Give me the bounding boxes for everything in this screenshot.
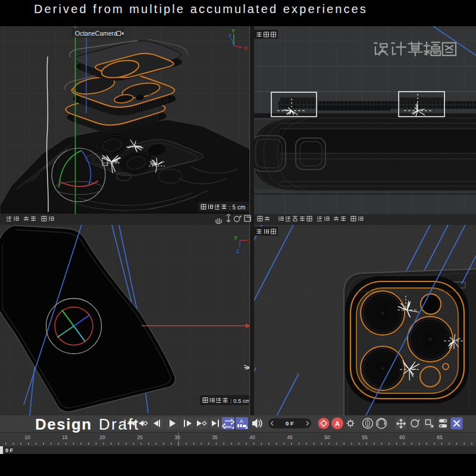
svg-text:Z: Z xyxy=(236,248,240,254)
svg-text:Y: Y xyxy=(231,28,235,34)
svg-text:: 0.5 cm: : 0.5 cm xyxy=(230,397,250,404)
svg-text:Z: Z xyxy=(228,33,232,39)
svg-text:OctaneCamera: OctaneCamera xyxy=(75,30,117,37)
svg-text:Design: Design xyxy=(35,415,92,433)
svg-text:A: A xyxy=(335,420,340,427)
svg-text:45: 45 xyxy=(287,434,293,440)
svg-text:30: 30 xyxy=(174,434,180,440)
svg-text:20: 20 xyxy=(99,434,105,440)
svg-text:Draft: Draft xyxy=(99,415,140,433)
svg-text:0 F: 0 F xyxy=(286,420,294,427)
svg-text:Y: Y xyxy=(234,235,237,241)
svg-text:10: 10 xyxy=(24,434,30,440)
svg-text:65: 65 xyxy=(437,434,443,440)
svg-text:55: 55 xyxy=(362,434,368,440)
svg-text:0 F: 0 F xyxy=(5,447,14,453)
svg-text:40: 40 xyxy=(249,434,255,440)
svg-text:X: X xyxy=(244,45,248,51)
svg-text:50: 50 xyxy=(324,434,330,440)
svg-text:: 5 cm: : 5 cm xyxy=(229,204,245,211)
svg-text:60: 60 xyxy=(399,434,405,440)
svg-text:25: 25 xyxy=(137,434,143,440)
svg-text:A: A xyxy=(240,418,244,424)
svg-text:35: 35 xyxy=(212,434,218,440)
svg-text:15: 15 xyxy=(62,434,68,440)
